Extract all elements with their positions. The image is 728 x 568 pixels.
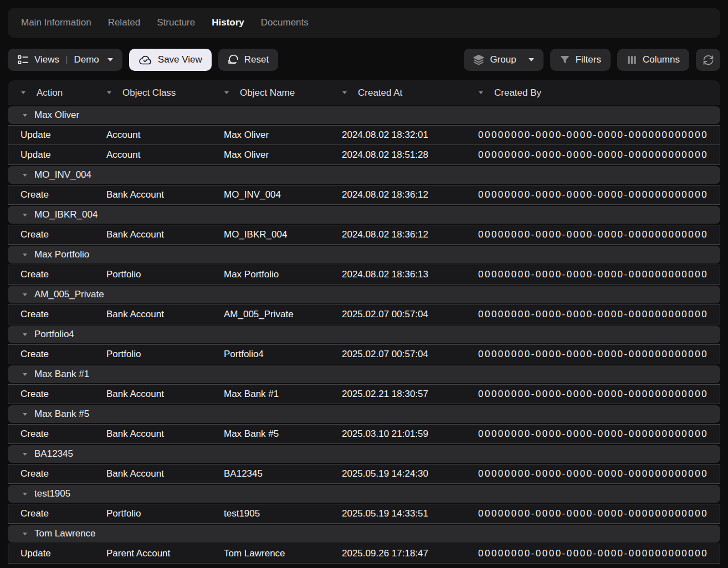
cell-created-by: 00000000-0000-0000-0000-000000000000: [466, 349, 720, 360]
column-menu-icon[interactable]: [342, 91, 347, 94]
refresh-button[interactable]: [696, 49, 720, 71]
group-row[interactable]: Tom Lawrence: [8, 525, 720, 543]
cell-object-class: Portfolio: [94, 508, 212, 519]
cell-created-at: 2024.08.02 18:36:12: [330, 229, 466, 240]
cell-created-by: 00000000-0000-0000-0000-000000000000: [466, 548, 720, 559]
cell-object-name: test1905: [212, 508, 330, 519]
column-header-created-by[interactable]: Created By: [465, 87, 720, 99]
reset-button[interactable]: Reset: [218, 49, 278, 71]
cell-object-class: Bank Account: [94, 189, 212, 200]
group-name: Max Oliver: [34, 110, 79, 121]
group-row[interactable]: MO_INV_004: [8, 166, 720, 184]
table-row[interactable]: UpdateParent AccountTom Lawrence2025.09.…: [8, 544, 720, 564]
column-header-label: Object Name: [240, 87, 295, 99]
group-row[interactable]: Max Bank #5: [8, 405, 720, 423]
group-row[interactable]: Max Oliver: [8, 106, 720, 124]
tab-structure[interactable]: Structure: [157, 17, 195, 28]
column-header-object-name[interactable]: Object Name: [211, 87, 329, 99]
group-collapse-icon[interactable]: [23, 413, 27, 416]
group-collapse-icon[interactable]: [23, 493, 27, 495]
group-name: AM_005_Private: [34, 289, 104, 300]
cell-created-by: 00000000-0000-0000-0000-000000000000: [466, 309, 720, 320]
group-row[interactable]: AM_005_Private: [8, 286, 720, 303]
table-row[interactable]: CreatePortfoliotest19052025.05.19 14:33:…: [8, 504, 720, 524]
tab-related[interactable]: Related: [108, 17, 141, 28]
tab-bar: Main Information Related Structure Histo…: [8, 8, 720, 38]
columns-icon: [627, 55, 637, 65]
column-header-object-class[interactable]: Object Class: [94, 87, 211, 99]
column-header-label: Created At: [358, 87, 402, 99]
group-collapse-icon[interactable]: [23, 174, 27, 177]
column-header-created-at[interactable]: Created At: [329, 87, 465, 99]
table-row[interactable]: CreateBank AccountMO_IBKR_0042024.08.02 …: [8, 225, 720, 245]
group-collapse-icon[interactable]: [23, 533, 27, 535]
cell-object-class: Portfolio: [94, 269, 212, 280]
cell-action: Create: [8, 269, 94, 280]
group-row[interactable]: test1905: [8, 485, 720, 503]
columns-label: Columns: [643, 54, 680, 65]
group-collapse-icon[interactable]: [23, 333, 27, 336]
cell-action: Create: [8, 508, 94, 519]
table-row[interactable]: CreatePortfolioMax Portfolio2024.08.02 1…: [8, 265, 720, 285]
group-name: Max Portfolio: [34, 249, 89, 260]
group-name: test1905: [34, 488, 70, 499]
cell-created-by: 00000000-0000-0000-0000-000000000000: [466, 189, 720, 200]
table-row[interactable]: CreateBank AccountMax Bank #52025.03.10 …: [8, 424, 720, 444]
group-name: Max Bank #1: [34, 369, 89, 380]
group-row[interactable]: MO_IBKR_004: [8, 206, 720, 224]
cell-action: Create: [8, 189, 94, 200]
group-name: MO_IBKR_004: [34, 209, 98, 220]
tab-documents[interactable]: Documents: [261, 17, 309, 28]
cell-created-by: 00000000-0000-0000-0000-000000000000: [466, 389, 720, 400]
table-row[interactable]: CreateBank AccountBA123452025.05.19 14:2…: [8, 464, 720, 484]
views-selected-value: Demo: [74, 54, 99, 65]
column-header-label: Action: [37, 87, 63, 99]
column-menu-icon[interactable]: [479, 91, 483, 94]
group-collapse-icon[interactable]: [23, 293, 27, 296]
column-header-action[interactable]: Action: [8, 87, 94, 99]
group-collapse-icon[interactable]: [23, 373, 27, 376]
column-menu-icon[interactable]: [224, 91, 229, 94]
table-row[interactable]: CreatePortfolioPortfolio42025.02.07 00:5…: [8, 344, 720, 364]
table-row[interactable]: CreateBank AccountMO_INV_0042024.08.02 1…: [8, 185, 720, 205]
cell-created-by: 00000000-0000-0000-0000-000000000000: [466, 508, 720, 519]
views-selector-button[interactable]: Views | Demo: [8, 49, 122, 71]
column-menu-icon[interactable]: [21, 91, 25, 94]
group-collapse-icon[interactable]: [23, 114, 27, 117]
tab-history[interactable]: History: [212, 17, 244, 28]
cell-object-name: Max Bank #5: [212, 428, 330, 440]
table-row[interactable]: UpdateAccountMax Oliver2024.08.02 18:32:…: [8, 125, 720, 145]
group-row[interactable]: Max Portfolio: [8, 246, 720, 264]
tab-main-information[interactable]: Main Information: [21, 17, 91, 28]
cell-action: Update: [8, 130, 94, 141]
columns-button[interactable]: Columns: [617, 49, 689, 71]
cell-object-name: Tom Lawrence: [212, 548, 330, 559]
table-row[interactable]: CreateBank AccountAM_005_Private2025.02.…: [8, 304, 720, 324]
cell-action: Update: [8, 548, 94, 559]
toolbar: Views | Demo Save View Reset: [8, 49, 720, 71]
group-collapse-icon[interactable]: [23, 254, 27, 256]
cell-object-class: Portfolio: [94, 349, 212, 360]
cell-object-name: MO_INV_004: [212, 189, 330, 200]
cell-object-class: Bank Account: [94, 229, 212, 240]
group-label: Group: [490, 54, 516, 65]
group-row[interactable]: Max Bank #1: [8, 365, 720, 383]
group-collapse-icon[interactable]: [23, 214, 27, 216]
save-view-button[interactable]: Save View: [129, 49, 212, 71]
cell-object-class: Parent Account: [94, 548, 212, 559]
group-button[interactable]: Group: [464, 49, 543, 71]
history-table: ActionObject ClassObject NameCreated AtC…: [8, 80, 720, 564]
cell-created-by: 00000000-0000-0000-0000-000000000000: [466, 468, 720, 479]
cell-object-name: Max Oliver: [212, 130, 330, 141]
column-menu-icon[interactable]: [107, 91, 111, 94]
cell-created-at: 2025.02.07 00:57:04: [330, 349, 466, 360]
cell-action: Update: [8, 149, 94, 161]
filters-button[interactable]: Filters: [550, 49, 611, 71]
group-collapse-icon[interactable]: [23, 453, 27, 456]
table-row[interactable]: UpdateAccountMax Oliver2024.08.02 18:51:…: [8, 145, 720, 165]
group-row[interactable]: BA12345: [8, 445, 720, 463]
save-view-label: Save View: [158, 54, 202, 65]
cell-object-class: Account: [94, 130, 212, 141]
table-row[interactable]: CreateBank AccountMax Bank #12025.02.21 …: [8, 384, 720, 404]
group-row[interactable]: Portfolio4: [8, 326, 720, 343]
